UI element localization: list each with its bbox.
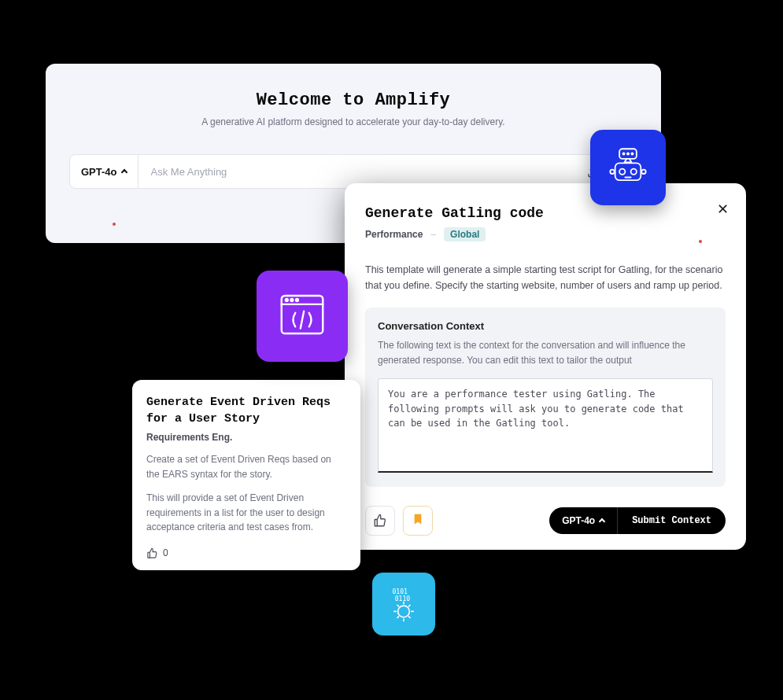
upvote-button[interactable]	[365, 506, 395, 536]
submit-context-button[interactable]: Submit Context	[618, 507, 726, 534]
code-tile	[257, 271, 348, 362]
close-icon: ✕	[717, 201, 729, 217]
model-selector[interactable]: GPT-4o	[69, 154, 139, 189]
template-card-category: Requirements Eng.	[146, 432, 346, 443]
modal-description: This template will generate a simple sta…	[365, 262, 726, 293]
template-card[interactable]: Generate Event Driven Reqs for a User St…	[132, 380, 360, 570]
modal-title: Generate Gatling code	[365, 205, 726, 221]
code-window-icon	[275, 287, 330, 345]
footer-model-selector[interactable]: GPT-4o	[549, 507, 618, 534]
welcome-title: Welcome to Amplify	[69, 90, 637, 110]
tag-separator: –	[430, 229, 436, 240]
context-help: The following text is the context for th…	[378, 338, 713, 367]
bookmark-button[interactable]	[403, 506, 433, 536]
robot-tile	[590, 130, 666, 205]
chevron-up-icon	[599, 518, 605, 525]
notification-dot	[699, 240, 702, 243]
modal-footer: GPT-4o Submit Context	[365, 506, 726, 536]
modal-tags: Performance – Global	[365, 227, 726, 241]
thumbs-up-icon[interactable]	[146, 547, 158, 559]
svg-point-7	[631, 169, 637, 175]
svg-point-14	[290, 299, 293, 301]
binary-gear-tile: 0101 0110	[372, 573, 435, 636]
svg-point-8	[610, 170, 614, 174]
template-modal: ✕ Generate Gatling code Performance – Gl…	[345, 183, 746, 550]
template-card-detail: This will provide a set of Event Driven …	[146, 491, 346, 535]
binary-gear-icon: 0101 0110	[383, 582, 424, 626]
upvote-count: 0	[163, 547, 168, 558]
prompt-input[interactable]	[151, 166, 578, 178]
template-card-title: Generate Event Driven Reqs for a User St…	[146, 394, 346, 427]
model-selector-label: GPT-4o	[81, 166, 117, 178]
footer-model-label: GPT-4o	[562, 515, 595, 526]
close-button[interactable]: ✕	[717, 201, 729, 218]
svg-point-4	[631, 153, 633, 155]
svg-point-13	[286, 299, 288, 301]
svg-point-2	[622, 153, 624, 155]
chevron-up-icon	[120, 169, 127, 175]
bookmark-icon	[412, 512, 424, 529]
context-title: Conversation Context	[378, 320, 713, 332]
svg-line-16	[301, 311, 304, 329]
svg-text:0110: 0110	[395, 595, 411, 602]
tag-performance: Performance	[365, 229, 423, 240]
tag-global: Global	[444, 227, 486, 241]
context-panel: Conversation Context The following text …	[365, 308, 726, 487]
context-textarea[interactable]	[378, 378, 713, 473]
thumbs-up-icon	[373, 514, 387, 528]
template-card-footer: 0	[146, 547, 346, 559]
svg-point-9	[641, 170, 645, 174]
svg-point-3	[627, 153, 629, 155]
svg-point-15	[296, 299, 298, 301]
welcome-subtitle: A generative AI platform designed to acc…	[69, 116, 637, 127]
svg-point-19	[398, 606, 410, 617]
svg-text:0101: 0101	[392, 588, 408, 595]
svg-point-6	[619, 169, 625, 175]
submit-group: GPT-4o Submit Context	[549, 507, 726, 534]
notification-dot	[113, 223, 116, 226]
template-card-summary: Create a set of Event Driven Reqs based …	[146, 452, 346, 481]
robot-icon	[605, 143, 651, 192]
